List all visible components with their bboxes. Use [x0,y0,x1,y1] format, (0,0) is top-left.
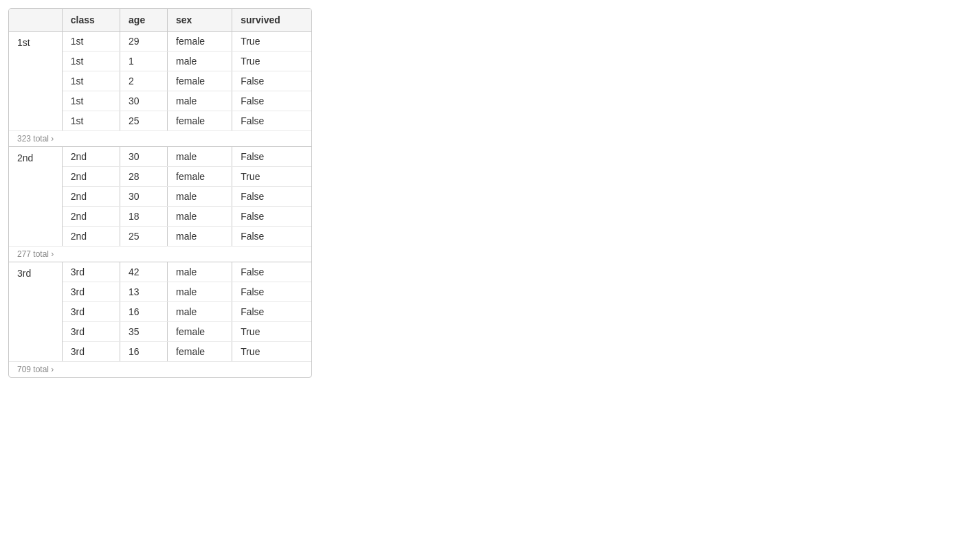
cell-age: 13 [120,282,168,302]
cell-sex: female [168,32,232,52]
cell-class: 3rd [62,302,120,322]
cell-class: 1st [62,91,120,111]
table-row: 1st1st29femaleTrue [9,32,311,52]
cell-class: 1st [62,32,120,52]
cell-survived: False [232,227,311,247]
cell-age: 16 [120,302,168,322]
cell-class: 3rd [62,322,120,342]
cell-age: 28 [120,167,168,187]
cell-class: 1st [62,111,120,131]
cell-age: 30 [120,91,168,111]
cell-age: 30 [120,187,168,207]
cell-sex: female [168,342,232,362]
cell-sex: male [168,52,232,71]
group-label: 1st [9,32,62,131]
cell-age: 42 [120,262,168,282]
cell-survived: False [232,282,311,302]
cell-class: 2nd [62,147,120,167]
cell-survived: False [232,71,311,91]
cell-class: 3rd [62,262,120,282]
group-total-row[interactable]: 277 total › [9,247,311,262]
cell-sex: male [168,227,232,247]
cell-survived: False [232,262,311,282]
cell-sex: male [168,262,232,282]
cell-age: 25 [120,227,168,247]
cell-age: 2 [120,71,168,91]
group-total-row[interactable]: 709 total › [9,362,311,378]
cell-sex: male [168,91,232,111]
cell-sex: male [168,187,232,207]
cell-age: 16 [120,342,168,362]
cell-survived: False [232,111,311,131]
col-header-sex: sex [168,9,232,32]
cell-survived: True [232,52,311,71]
cell-survived: True [232,167,311,187]
cell-class: 2nd [62,227,120,247]
cell-age: 18 [120,207,168,227]
group-label: 2nd [9,147,62,247]
group-total-label[interactable]: 709 total › [9,362,311,378]
grouped-table: class age sex survived 1st1st29femaleTru… [8,8,312,378]
col-header-index [9,9,62,32]
cell-class: 2nd [62,187,120,207]
cell-age: 30 [120,147,168,167]
cell-sex: female [168,71,232,91]
cell-sex: male [168,302,232,322]
cell-class: 2nd [62,167,120,187]
cell-survived: False [232,91,311,111]
cell-survived: True [232,32,311,52]
group-total-row[interactable]: 323 total › [9,131,311,147]
cell-sex: male [168,147,232,167]
col-header-class: class [62,9,120,32]
table-row: 2nd2nd30maleFalse [9,147,311,167]
cell-age: 25 [120,111,168,131]
cell-survived: False [232,147,311,167]
cell-sex: female [168,322,232,342]
group-total-label[interactable]: 323 total › [9,131,311,147]
cell-survived: True [232,322,311,342]
cell-sex: male [168,207,232,227]
col-header-survived: survived [232,9,311,32]
table-row: 3rd3rd42maleFalse [9,262,311,282]
cell-class: 2nd [62,207,120,227]
cell-class: 3rd [62,342,120,362]
cell-sex: female [168,111,232,131]
cell-age: 1 [120,52,168,71]
cell-age: 29 [120,32,168,52]
cell-sex: female [168,167,232,187]
cell-sex: male [168,282,232,302]
col-header-age: age [120,9,168,32]
cell-class: 1st [62,71,120,91]
cell-survived: False [232,187,311,207]
cell-class: 1st [62,52,120,71]
cell-survived: False [232,302,311,322]
group-total-label[interactable]: 277 total › [9,247,311,262]
cell-survived: True [232,342,311,362]
cell-class: 3rd [62,282,120,302]
cell-age: 35 [120,322,168,342]
group-label: 3rd [9,262,62,362]
cell-survived: False [232,207,311,227]
table-header-row: class age sex survived [9,9,311,32]
